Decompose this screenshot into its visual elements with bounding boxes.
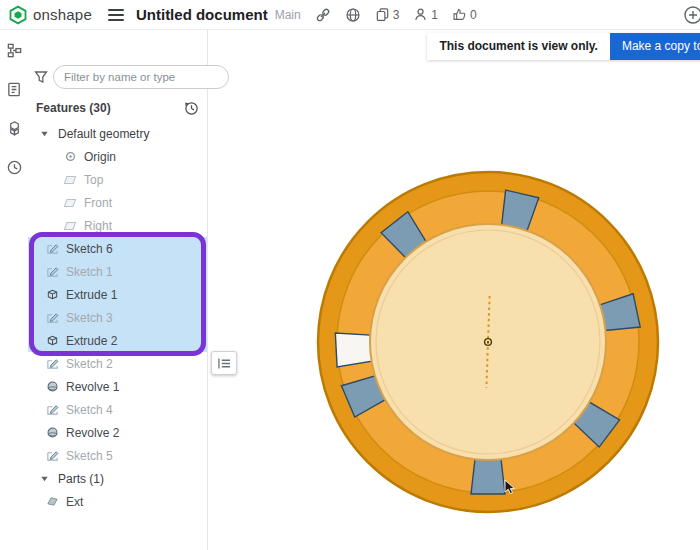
history-icon[interactable] bbox=[6, 159, 23, 176]
part-view[interactable] bbox=[208, 30, 700, 550]
ring-notch-unfilled[interactable] bbox=[335, 331, 372, 367]
menu-icon[interactable] bbox=[108, 9, 124, 21]
tree-item-right[interactable]: Right bbox=[28, 214, 207, 237]
view-only-message: This document is view only. bbox=[427, 33, 609, 60]
tree-item-parts-1[interactable]: Parts (1) bbox=[28, 467, 207, 490]
filter-row bbox=[34, 64, 201, 90]
extrude-icon bbox=[44, 334, 60, 347]
tree-item-label: Sketch 2 bbox=[66, 357, 113, 371]
selection-list-button[interactable] bbox=[211, 351, 237, 375]
tree-item-label: Extrude 2 bbox=[66, 334, 117, 348]
tree-item-label: Front bbox=[84, 196, 112, 210]
assembly-icon[interactable] bbox=[6, 120, 23, 137]
left-toolbar bbox=[0, 30, 28, 550]
tree-item-sketch-4[interactable]: Sketch 4 bbox=[28, 398, 207, 421]
origin-dot bbox=[487, 341, 489, 343]
ring-notch[interactable] bbox=[471, 459, 505, 494]
rollback-clock-icon[interactable] bbox=[184, 101, 199, 116]
chevron-icon[interactable] bbox=[36, 474, 52, 483]
tree-item-front[interactable]: Front bbox=[28, 191, 207, 214]
plane-icon bbox=[62, 220, 78, 232]
revolve-icon bbox=[44, 380, 60, 393]
sketch-icon bbox=[44, 403, 60, 416]
onshape-app: onshape Untitled document Main 3 1 0 Thi… bbox=[0, 0, 700, 550]
tree-item-revolve-2[interactable]: Revolve 2 bbox=[28, 421, 207, 444]
tree-item-label: Extrude 1 bbox=[66, 288, 117, 302]
onshape-logo-icon[interactable] bbox=[8, 5, 28, 25]
feature-tree-icon[interactable] bbox=[6, 42, 23, 59]
globe-icon[interactable] bbox=[345, 7, 361, 23]
tree-item-sketch-6[interactable]: Sketch 6 bbox=[28, 237, 207, 260]
make-a-copy-button[interactable]: Make a copy to edit bbox=[610, 33, 700, 60]
followers-icon[interactable]: 1 bbox=[413, 7, 438, 22]
tree-item-label: Origin bbox=[84, 150, 116, 164]
document-title[interactable]: Untitled document bbox=[136, 6, 268, 23]
workspace-name[interactable]: Main bbox=[275, 8, 301, 22]
filter-input[interactable] bbox=[53, 65, 229, 89]
drawing-icon[interactable] bbox=[6, 81, 23, 98]
tree-item-label: Ext bbox=[66, 495, 83, 509]
thumbs-up-icon[interactable]: 0 bbox=[452, 7, 477, 22]
features-label: Features (30) bbox=[36, 101, 111, 115]
tree-item-revolve-1[interactable]: Revolve 1 bbox=[28, 375, 207, 398]
sketch-icon bbox=[44, 265, 60, 278]
tree-item-ext[interactable]: Ext bbox=[28, 490, 207, 513]
filter-icon[interactable] bbox=[34, 70, 48, 84]
tree-item-default-geometry[interactable]: Default geometry bbox=[28, 122, 207, 145]
origin-icon bbox=[62, 150, 78, 163]
tree-item-sketch-3[interactable]: Sketch 3 bbox=[28, 306, 207, 329]
features-header: Features (30) bbox=[36, 98, 199, 118]
tree-item-label: Sketch 4 bbox=[66, 403, 113, 417]
feature-panel: Features (30) Default geometryOriginTopF… bbox=[28, 30, 208, 550]
model-canvas[interactable] bbox=[208, 30, 700, 550]
tree-item-label: Sketch 6 bbox=[66, 242, 113, 256]
tree-item-label: Revolve 1 bbox=[66, 380, 119, 394]
tree-item-label: Sketch 5 bbox=[66, 449, 113, 463]
tree-item-sketch-1[interactable]: Sketch 1 bbox=[28, 260, 207, 283]
tree-item-label: Revolve 2 bbox=[66, 426, 119, 440]
tree-item-label: Top bbox=[84, 173, 103, 187]
sketch-icon bbox=[44, 449, 60, 462]
tree-item-label: Sketch 3 bbox=[66, 311, 113, 325]
top-bar: onshape Untitled document Main 3 1 0 bbox=[0, 0, 700, 30]
tree-item-label: Sketch 1 bbox=[66, 265, 113, 279]
likes-count: 0 bbox=[470, 8, 477, 22]
tree-item-extrude-1[interactable]: Extrude 1 bbox=[28, 283, 207, 306]
plane-icon bbox=[62, 174, 78, 186]
tree-item-sketch-2[interactable]: Sketch 2 bbox=[28, 352, 207, 375]
tree-item-label: Default geometry bbox=[58, 127, 149, 141]
tree-item-origin[interactable]: Origin bbox=[28, 145, 207, 168]
sketch-icon bbox=[44, 311, 60, 324]
brand-name: onshape bbox=[33, 6, 92, 23]
link-icon[interactable] bbox=[315, 7, 331, 23]
sketch-icon bbox=[44, 357, 60, 370]
revolve-icon bbox=[44, 426, 60, 439]
part-icon bbox=[44, 495, 60, 508]
copies-count: 3 bbox=[393, 8, 400, 22]
chevron-icon[interactable] bbox=[36, 129, 52, 138]
account-icon[interactable] bbox=[676, 4, 692, 26]
view-only-banner: This document is view only. Make a copy … bbox=[427, 33, 700, 60]
tree-item-top[interactable]: Top bbox=[28, 168, 207, 191]
tree-item-label: Right bbox=[84, 219, 112, 233]
plane-icon bbox=[62, 197, 78, 209]
sketch-icon bbox=[44, 242, 60, 255]
tree-item-extrude-2[interactable]: Extrude 2 bbox=[28, 329, 207, 352]
copies-icon[interactable]: 3 bbox=[375, 7, 400, 22]
extrude-icon bbox=[44, 288, 60, 301]
tree-item-sketch-5[interactable]: Sketch 5 bbox=[28, 444, 207, 467]
feature-tree: Default geometryOriginTopFrontRightSketc… bbox=[28, 122, 207, 513]
followers-count: 1 bbox=[431, 8, 438, 22]
tree-item-label: Parts (1) bbox=[58, 472, 104, 486]
